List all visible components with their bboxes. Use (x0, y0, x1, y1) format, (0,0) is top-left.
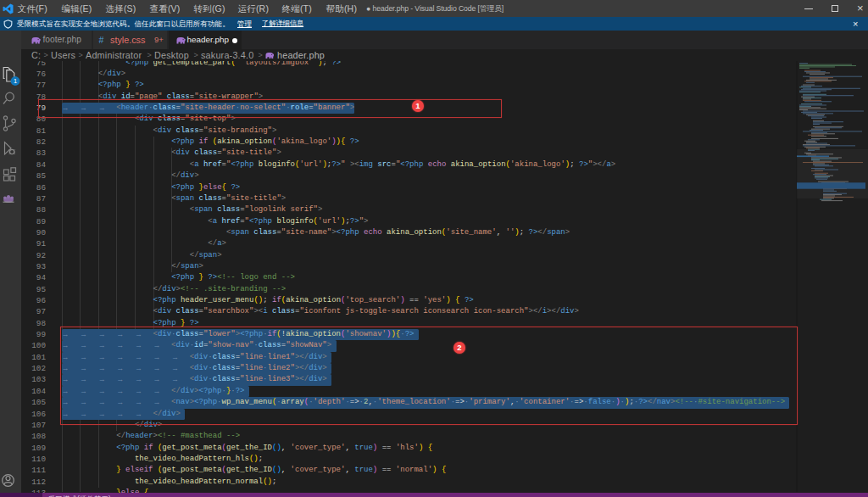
svg-text:1: 1 (14, 77, 17, 85)
